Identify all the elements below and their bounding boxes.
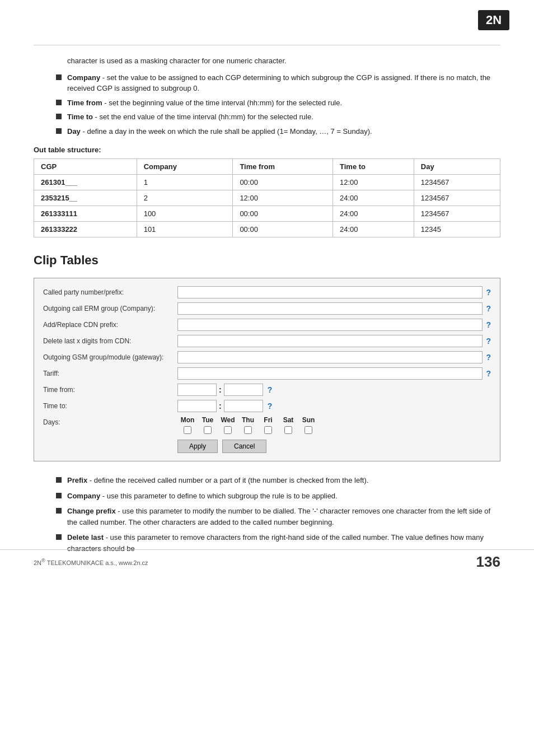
top-bullet-list: Company - set the value to be assigned t… [56,72,500,137]
day-checkbox-sun[interactable] [305,426,312,434]
bottom-bullet-item: Prefix - define the received called numb… [56,475,500,486]
cancel-button[interactable]: Cancel [222,440,266,453]
col-time-to: Time to [333,159,414,175]
table-cell: 2353215__ [34,190,137,206]
top-separator [34,45,500,45]
time-from-sep: : [219,385,222,394]
form-field-help-icon-1[interactable]: ? [486,304,491,313]
table-cell: 1 [137,175,233,190]
form-field-label: Add/Replace CDN prefix: [43,321,177,329]
bottom-bullet-item: Company - use this parameter to define t… [56,491,500,502]
col-time-from: Time from [233,159,333,175]
form-field-help-icon-3[interactable]: ? [486,337,491,346]
bottom-bullet-text: Company - use this parameter to define t… [67,491,338,502]
time-to-sep: : [219,402,222,410]
table-cell: 12:00 [333,175,414,190]
day-checkbox-wed[interactable] [224,426,232,434]
day-checkbox-mon[interactable] [184,426,191,434]
form-field-row: Called party number/prefix:? [43,286,491,298]
table-cell: 24:00 [333,190,414,206]
time-to-label: Time to: [43,402,177,410]
out-table-heading: Out table structure: [34,146,500,154]
form-field-row: Outgoing GSM group/module (gateway):? [43,351,491,363]
bullet-icon [56,477,62,483]
form-panel-inner: Called party number/prefix:?Outgoing cal… [34,278,500,461]
day-check-cell-tue [198,426,218,434]
form-field-help-icon-2[interactable]: ? [486,320,491,329]
bullet-day-text: Day - define a day in the week on which … [67,126,372,137]
intro-text: character is used as a masking character… [34,55,500,67]
apply-button[interactable]: Apply [177,440,218,453]
table-cell: 24:00 [333,206,414,222]
table-cell: 00:00 [233,206,333,222]
footer-page-number: 136 [476,553,500,571]
table-row: 26133311110000:0024:001234567 [34,206,500,222]
form-field-label: Called party number/prefix: [43,288,177,296]
bullet-icon [56,114,62,119]
form-field-help-icon-5[interactable]: ? [486,369,491,378]
time-to-input-group: : ? [177,400,272,412]
table-cell: 12345 [414,222,500,237]
day-checkbox-fri[interactable] [264,426,272,434]
logo-area: 2N [478,10,512,32]
days-group: MonTueWedThuFriSatSun [177,416,318,434]
time-from-input-group: : ? [177,384,272,396]
table-cell: 00:00 [233,222,333,237]
form-field-row: Add/Replace CDN prefix:? [43,319,491,331]
bullet-icon [56,508,62,514]
form-field-input-1[interactable] [177,302,483,315]
out-table: CGP Company Time from Time to Day 261301… [34,158,500,237]
bullet-icon [56,74,62,80]
day-header-tue: Tue [198,416,218,424]
days-headers: MonTueWedThuFriSatSun [177,416,318,424]
col-day: Day [414,159,500,175]
day-check-cell-mon [177,426,198,434]
time-to-hour-input[interactable] [177,400,217,412]
bullet-time-from-text: Time from - set the beginning value of t… [67,97,342,109]
form-field-input-0[interactable] [177,286,483,298]
bullet-time-to-text: Time to - set the end value of the time … [67,111,313,123]
form-field-help-icon-4[interactable]: ? [486,353,491,362]
day-header-mon: Mon [177,416,198,424]
table-cell: 100 [137,206,233,222]
day-header-thu: Thu [238,416,258,424]
time-from-help-icon[interactable]: ? [268,385,273,394]
time-to-help-icon[interactable]: ? [268,402,273,410]
day-check-cell-thu [238,426,258,434]
table-cell: 00:00 [233,175,333,190]
table-cell: 1234567 [414,190,500,206]
days-checks [177,426,318,434]
table-cell: 24:00 [333,222,414,237]
days-row: Days: MonTueWedThuFriSatSun [43,416,491,434]
form-field-input-2[interactable] [177,319,483,331]
form-field-row: Outgoing call ERM group (Company):? [43,302,491,315]
day-checkbox-thu[interactable] [244,426,252,434]
time-from-min-input[interactable] [224,384,263,396]
day-checkbox-tue[interactable] [204,426,212,434]
logo: 2N [478,10,509,30]
form-field-input-3[interactable] [177,335,483,347]
table-row: 26133322210100:0024:0012345 [34,222,500,237]
table-cell: 261301___ [34,175,137,190]
day-checkbox-sat[interactable] [284,426,292,434]
table-cell: 261333222 [34,222,137,237]
form-field-help-icon-0[interactable]: ? [486,288,491,297]
bottom-bullet-list: Prefix - define the received called numb… [56,475,500,554]
table-row: 2353215__212:0024:001234567 [34,190,500,206]
time-to-min-input[interactable] [224,400,263,412]
bullet-time-to: Time to - set the end value of the time … [56,111,500,123]
clip-tables-heading: Clip Tables [34,253,500,268]
col-company: Company [137,159,233,175]
time-to-row: Time to: : ? [43,400,491,412]
bullet-time-from: Time from - set the beginning value of t… [56,97,500,109]
form-field-input-4[interactable] [177,351,483,363]
day-check-cell-sun [298,426,318,434]
bottom-bullet-text: Change prefix - use this parameter to mo… [67,506,500,528]
bullet-icon [56,534,62,540]
table-cell: 2 [137,190,233,206]
bullet-day: Day - define a day in the week on which … [56,126,500,137]
time-from-hour-input[interactable] [177,384,217,396]
form-field-input-5[interactable] [177,367,483,380]
day-check-cell-fri [258,426,278,434]
form-buttons: Apply Cancel [43,440,491,453]
